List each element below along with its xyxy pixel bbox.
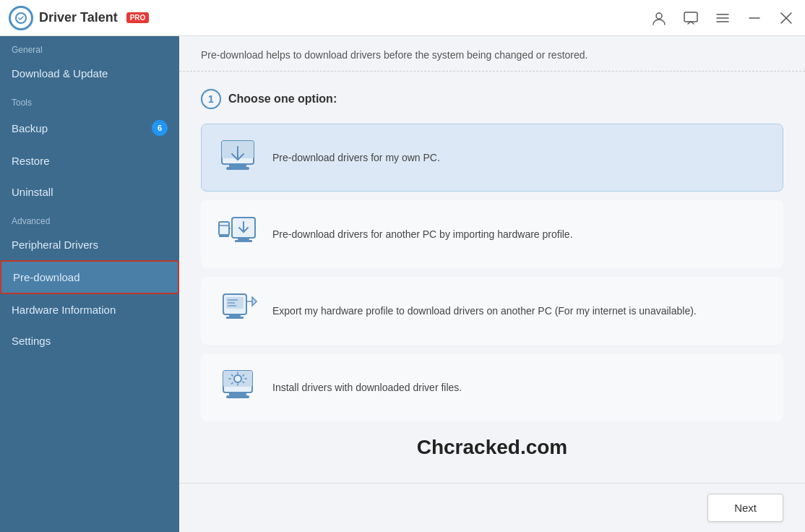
sidebar-item-label: Uninstall <box>12 186 53 198</box>
sidebar-item-label: Backup <box>12 122 48 134</box>
sidebar-item-label: Peripheral Drivers <box>12 239 98 251</box>
watermark: Chcracked.com <box>201 436 783 459</box>
import-monitor-icon <box>218 214 258 254</box>
content-body: 1 Choose one option: Pre-download driver… <box>179 72 805 483</box>
sidebar-item-label: Download & Update <box>12 67 108 80</box>
sidebar-item-peripheral-drivers[interactable]: Peripheral Drivers <box>0 229 179 260</box>
svg-rect-19 <box>238 238 249 240</box>
next-button[interactable]: Next <box>707 494 783 522</box>
svg-rect-26 <box>229 314 241 317</box>
choose-label-row: 1 Choose one option: <box>201 89 783 109</box>
content-footer: Next <box>179 483 805 532</box>
menu-icon-button[interactable] <box>713 8 733 28</box>
svg-rect-27 <box>226 317 244 319</box>
backup-badge: 6 <box>152 120 168 136</box>
sidebar-item-label: Restore <box>12 155 50 167</box>
title-bar-actions <box>649 8 796 28</box>
svg-rect-2 <box>684 12 697 22</box>
svg-rect-14 <box>219 222 229 235</box>
sidebar-item-label: Pre-download <box>13 271 80 283</box>
option-export-profile[interactable]: Export my hardware profile to download d… <box>201 277 783 345</box>
sidebar-item-restore[interactable]: Restore <box>0 145 179 176</box>
svg-rect-20 <box>235 240 252 242</box>
sidebar-item-settings[interactable]: Settings <box>0 325 179 356</box>
sidebar-item-label: Settings <box>12 335 51 347</box>
svg-rect-31 <box>229 392 246 395</box>
header-description: Pre-download helps to download drivers b… <box>201 49 783 61</box>
option-another-pc-import[interactable]: Pre-download drivers for another PC by i… <box>201 200 783 268</box>
svg-point-30 <box>234 375 241 382</box>
gear-monitor-icon <box>218 367 258 408</box>
sidebar-item-label: Hardware Information <box>12 304 116 316</box>
app-name: Driver Talent <box>39 10 118 25</box>
sidebar-item-pre-download[interactable]: Pre-download <box>0 260 179 294</box>
sidebar-item-backup[interactable]: Backup 6 <box>0 111 179 145</box>
sidebar: General Download & Update Tools Backup 6… <box>0 36 179 532</box>
svg-rect-12 <box>229 164 246 167</box>
option-another-pc-import-text: Pre-download drivers for another PC by i… <box>272 227 573 242</box>
minimize-button[interactable] <box>744 8 765 28</box>
title-bar: Driver Talent PRO <box>0 0 805 36</box>
pro-badge: PRO <box>126 12 150 23</box>
sidebar-section-tools: Tools <box>0 89 179 111</box>
sidebar-section-advanced: Advanced <box>0 207 179 229</box>
step-circle: 1 <box>201 89 221 109</box>
option-own-pc[interactable]: Pre-download drivers for my own PC. <box>201 124 783 192</box>
main-layout: General Download & Update Tools Backup 6… <box>0 36 805 532</box>
svg-rect-16 <box>219 235 229 237</box>
option-install-files[interactable]: Install drivers with downloaded driver f… <box>201 353 783 421</box>
close-button[interactable] <box>776 8 796 28</box>
user-icon-button[interactable] <box>649 8 669 28</box>
content-area: Pre-download helps to download drivers b… <box>179 36 805 532</box>
export-monitor-icon <box>218 291 258 331</box>
content-header: Pre-download helps to download drivers b… <box>179 36 805 72</box>
svg-point-1 <box>656 13 662 19</box>
svg-rect-13 <box>226 167 249 170</box>
download-monitor-icon <box>218 137 258 178</box>
sidebar-item-uninstall[interactable]: Uninstall <box>0 176 179 207</box>
svg-rect-32 <box>226 395 249 398</box>
choose-text: Choose one option: <box>228 93 337 106</box>
sidebar-item-download-update[interactable]: Download & Update <box>0 58 179 89</box>
option-export-profile-text: Export my hardware profile to download d… <box>272 304 697 319</box>
option-own-pc-text: Pre-download drivers for my own PC. <box>272 150 440 166</box>
chat-icon-button[interactable] <box>681 8 701 28</box>
sidebar-item-hardware-information[interactable]: Hardware Information <box>0 294 179 325</box>
option-install-files-text: Install drivers with downloaded driver f… <box>272 380 462 395</box>
logo-icon <box>9 6 33 30</box>
app-logo: Driver Talent PRO <box>9 6 149 30</box>
sidebar-section-general: General <box>0 36 179 58</box>
